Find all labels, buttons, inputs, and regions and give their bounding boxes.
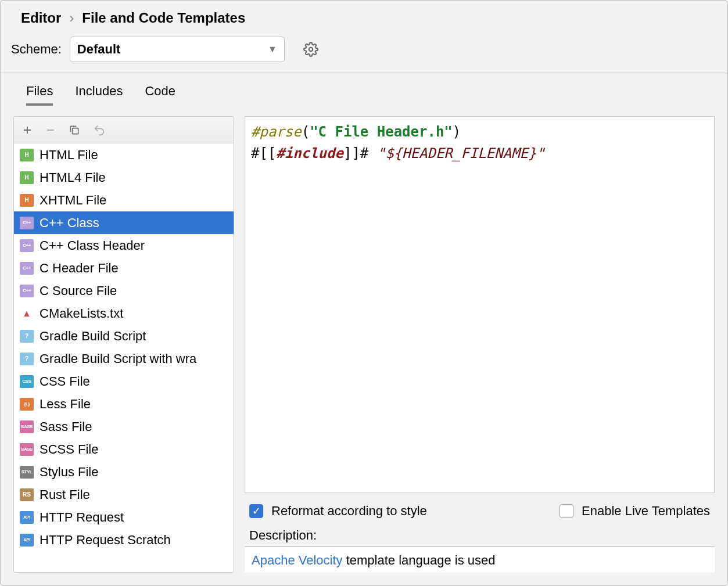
template-item-label: Sass File bbox=[40, 419, 92, 434]
file-type-icon: ▲ bbox=[20, 307, 34, 320]
template-editor[interactable]: #parse("C File Header.h") #[[#include]]#… bbox=[245, 116, 715, 493]
editor-token: "${HEADER_FILENAME}" bbox=[377, 145, 545, 161]
description-box: Apache Velocity template language is use… bbox=[245, 547, 715, 573]
gear-icon bbox=[303, 42, 318, 57]
svg-point-0 bbox=[309, 48, 313, 52]
template-item[interactable]: C++C++ Class Header bbox=[14, 234, 234, 257]
template-item[interactable]: HHTML File bbox=[14, 143, 234, 166]
file-type-icon: API bbox=[20, 534, 34, 547]
breadcrumb-root[interactable]: Editor bbox=[21, 10, 61, 26]
body: HHTML FileHHTML4 FileHXHTML FileC++C++ C… bbox=[1, 106, 727, 585]
template-item[interactable]: ?Gradle Build Script with wra bbox=[14, 347, 234, 370]
template-item[interactable]: ▲CMakeLists.txt bbox=[14, 302, 234, 325]
editor-token: ( bbox=[302, 124, 310, 140]
template-item[interactable]: HXHTML File bbox=[14, 189, 234, 211]
file-type-icon: C++ bbox=[20, 285, 34, 297]
reformat-checkbox[interactable]: ✓ bbox=[249, 504, 263, 518]
options-row: ✓ Reformat according to style Enable Liv… bbox=[245, 493, 715, 523]
file-type-icon: H bbox=[20, 171, 34, 184]
editor-token: ]]# bbox=[343, 145, 377, 161]
file-type-icon: STYL bbox=[20, 466, 34, 479]
breadcrumb-current: File and Code Templates bbox=[82, 10, 245, 26]
add-template-button[interactable] bbox=[22, 125, 33, 135]
file-type-icon: ? bbox=[20, 353, 34, 365]
template-item[interactable]: STYLStylus File bbox=[14, 461, 234, 483]
template-item[interactable]: {L}Less File bbox=[14, 393, 234, 415]
editor-token: #[[ bbox=[251, 145, 276, 161]
template-item[interactable]: RSRust File bbox=[14, 483, 234, 506]
template-item-label: HTML4 File bbox=[40, 170, 106, 185]
scheme-row: Scheme: Default ▼ bbox=[1, 32, 727, 73]
editor-token: ) bbox=[453, 124, 461, 140]
tab-code[interactable]: Code bbox=[145, 84, 175, 106]
template-item-label: HTML File bbox=[40, 148, 98, 163]
breadcrumb: Editor › File and Code Templates bbox=[1, 1, 727, 32]
tab-files[interactable]: Files bbox=[26, 84, 53, 106]
template-item-label: Less File bbox=[40, 397, 91, 412]
minus-icon bbox=[45, 125, 56, 135]
template-item-label: CMakeLists.txt bbox=[40, 306, 123, 321]
template-item[interactable]: C++C Header File bbox=[14, 257, 234, 279]
svg-rect-1 bbox=[73, 128, 78, 134]
tabs: Files Includes Code bbox=[1, 73, 727, 106]
description-text: template language is used bbox=[343, 553, 496, 567]
template-item-label: C Source File bbox=[40, 283, 117, 299]
undo-icon bbox=[93, 124, 106, 136]
file-type-icon: CSS bbox=[20, 375, 34, 388]
template-item[interactable]: SASSSCSS File bbox=[14, 438, 234, 461]
template-item-label: XHTML File bbox=[40, 193, 106, 208]
template-item-label: C++ Class Header bbox=[40, 238, 145, 253]
template-item[interactable]: HHTML4 File bbox=[14, 166, 234, 189]
editor-token: "C File Header.h" bbox=[310, 124, 453, 140]
template-item[interactable]: APIHTTP Request bbox=[14, 506, 234, 529]
remove-template-button[interactable] bbox=[45, 125, 56, 135]
template-sidebar: HHTML FileHHTML4 FileHXHTML FileC++C++ C… bbox=[13, 116, 234, 573]
template-item[interactable]: CSSCSS File bbox=[14, 370, 234, 393]
file-type-icon: C++ bbox=[20, 217, 34, 229]
editor-token: #parse bbox=[251, 124, 302, 140]
template-item-label: SCSS File bbox=[40, 442, 98, 457]
scheme-label: Scheme: bbox=[11, 42, 62, 57]
description-label: Description: bbox=[245, 523, 715, 547]
template-item-label: HTTP Request Scratch bbox=[40, 533, 171, 548]
chevron-down-icon: ▼ bbox=[268, 44, 277, 55]
template-item-label: Gradle Build Script bbox=[40, 329, 146, 344]
template-item-label: C++ Class bbox=[40, 215, 99, 231]
file-type-icon: ? bbox=[20, 330, 34, 343]
velocity-link[interactable]: Apache Velocity bbox=[252, 553, 343, 567]
file-type-icon: C++ bbox=[20, 262, 34, 275]
template-item[interactable]: ?Gradle Build Script bbox=[14, 325, 234, 347]
template-item-label: CSS File bbox=[40, 374, 90, 389]
template-item-label: HTTP Request bbox=[40, 510, 124, 525]
file-type-icon: H bbox=[20, 149, 34, 161]
template-list[interactable]: HHTML FileHHTML4 FileHXHTML FileC++C++ C… bbox=[14, 143, 234, 572]
template-item-label: C Header File bbox=[40, 261, 119, 276]
file-type-icon: C++ bbox=[20, 239, 34, 252]
main-panel: #parse("C File Header.h") #[[#include]]#… bbox=[245, 116, 715, 573]
file-type-icon: {L} bbox=[20, 398, 34, 411]
copy-template-button[interactable] bbox=[69, 124, 80, 136]
revert-template-button[interactable] bbox=[93, 124, 106, 136]
settings-panel: Editor › File and Code Templates Scheme:… bbox=[0, 0, 728, 586]
file-type-icon: API bbox=[20, 511, 34, 524]
breadcrumb-separator-icon: › bbox=[69, 10, 74, 26]
file-type-icon: H bbox=[20, 194, 34, 207]
template-item[interactable]: APIHTTP Request Scratch bbox=[14, 529, 234, 551]
file-type-icon: SASS bbox=[20, 443, 34, 456]
copy-icon bbox=[69, 124, 80, 136]
scheme-select-value: Default bbox=[77, 42, 121, 57]
template-item[interactable]: C++C++ Class bbox=[14, 211, 234, 234]
plus-icon bbox=[22, 125, 33, 135]
live-templates-label: Enable Live Templates bbox=[582, 504, 710, 519]
template-item[interactable]: SASSSass File bbox=[14, 415, 234, 438]
tab-includes[interactable]: Includes bbox=[75, 84, 123, 106]
scheme-select[interactable]: Default ▼ bbox=[70, 37, 285, 62]
scheme-actions-button[interactable] bbox=[303, 42, 318, 57]
file-type-icon: RS bbox=[20, 488, 34, 501]
template-item-label: Gradle Build Script with wra bbox=[40, 351, 196, 366]
live-templates-checkbox[interactable] bbox=[560, 504, 573, 518]
template-item[interactable]: C++C Source File bbox=[14, 279, 234, 302]
file-type-icon: SASS bbox=[20, 420, 34, 433]
template-item-label: Stylus File bbox=[40, 465, 98, 480]
sidebar-toolbar bbox=[14, 117, 234, 143]
